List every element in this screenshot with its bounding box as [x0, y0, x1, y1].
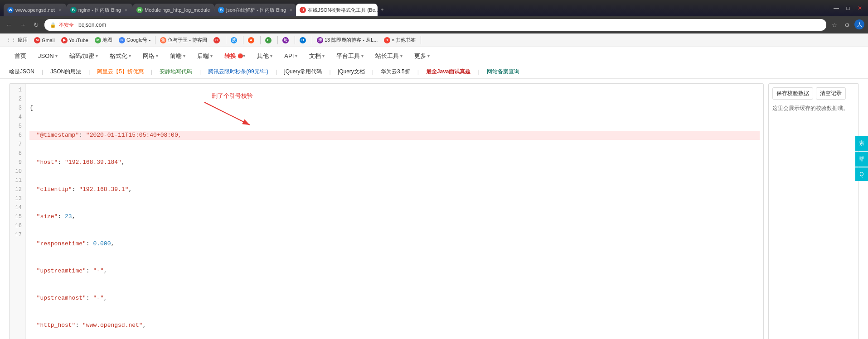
tab-4[interactable]: B json在线解析 - 国内版 Bing × [214, 4, 296, 16]
nav-webmaster-label: 站长工具 [375, 52, 399, 60]
editor-area: 12345 678910 1112131415 1617 { "@timesta… [0, 79, 868, 339]
bookmarks-bar: ⋮⋮ 应用 M Gmail ▶ YouTube M 地图 G Google号 -… [0, 33, 868, 47]
side-btn-q[interactable]: Q [855, 167, 868, 181]
subnav-aliyun[interactable]: 阿里云【5】折优惠 [97, 68, 144, 76]
tab1-favicon: W [7, 7, 14, 13]
subnav-what-json[interactable]: 啥是JSON [9, 68, 34, 76]
bm-sep-5 [277, 36, 278, 44]
bookmark-tsinghua[interactable]: 清 13 陈即鹿的博客 - 从L... [314, 36, 380, 44]
side-btn-index[interactable]: 索 [855, 136, 868, 151]
nav-convert-label: 转换 [224, 52, 236, 60]
address-actions: ☆ ⚙ 人 [829, 19, 864, 30]
nav-docs[interactable]: 文档 ▾ [304, 48, 330, 64]
code-line-3: "host": "192.168.39.184", [29, 158, 760, 167]
profile-icon[interactable]: 人 [854, 19, 864, 29]
tab2-close[interactable]: × [123, 7, 129, 13]
bookmark-blog[interactable]: 鱼 鱼与于玉 - 博客园 [157, 36, 210, 44]
minimize-button[interactable]: — [832, 4, 841, 13]
tab-2[interactable]: B nginx - 国内版 Bing × [67, 4, 133, 16]
bm-sep-7 [312, 36, 312, 44]
bookmark-star-icon[interactable]: ☆ [829, 19, 840, 30]
opens-favicon: C [213, 37, 220, 43]
side-btn-group[interactable]: 群 [855, 152, 868, 167]
bookmark-youtube[interactable]: ▶ YouTube [58, 36, 91, 44]
nav-api-label: API [284, 53, 294, 59]
bookmark-gmail[interactable]: M Gmail [31, 36, 58, 44]
annotation-label: 删了个引号校验 [212, 92, 253, 101]
bookmark-google[interactable]: G Google号 - [116, 36, 153, 44]
nav-docs-arrow: ▾ [322, 53, 325, 58]
bookmark-bing[interactable]: B [297, 36, 310, 44]
apps-label: 应用 [18, 37, 28, 43]
forward-button[interactable]: → [17, 19, 28, 30]
close-button[interactable]: ✕ [855, 4, 864, 13]
nav-api[interactable]: API ▾ [279, 49, 303, 63]
nav-other[interactable]: 其他 ▾ [252, 48, 278, 64]
chen-favicon: 1 [384, 37, 390, 43]
url-bar[interactable]: 🔒 不安全 bejson.com [44, 19, 826, 31]
subnav-java[interactable]: 最全Java面试真题 [426, 68, 471, 76]
code-lines[interactable]: { "@timestamp": "2020-01-11T15:05:40+08:… [26, 84, 763, 339]
code-line-7: "upstreamtime": "-", [29, 267, 760, 276]
bookmark-apps[interactable]: ⋮⋮ 应用 [4, 36, 30, 44]
subnav-beian[interactable]: 网站备案查询 [487, 68, 519, 76]
bookmark-ecshop[interactable]: E [262, 36, 276, 44]
subnav-json-usage[interactable]: JSON的用法 [50, 68, 81, 76]
bookmark-forum[interactable]: 论 [280, 36, 293, 44]
tab-3[interactable]: N Module ngx_http_log_module × [133, 4, 214, 16]
back-button[interactable]: ← [4, 19, 15, 30]
clear-records-button[interactable]: 清空记录 [816, 87, 846, 100]
subnav-jquery-code[interactable]: jQuery常用代码 [284, 68, 322, 76]
google-favicon: G [119, 37, 125, 43]
subnav-jquery-doc[interactable]: jQuery文档 [338, 68, 365, 76]
nav-backend[interactable]: 后端 ▾ [192, 48, 218, 64]
refresh-button[interactable]: ↻ [31, 19, 42, 30]
tab-1[interactable]: W www.opengsd.net × [4, 4, 67, 16]
new-tab-button[interactable]: + [378, 4, 387, 16]
subnav-coding[interactable]: 安静地写代码 [160, 68, 192, 76]
maximize-button[interactable]: □ [844, 4, 853, 13]
save-data-button[interactable]: 保存校验数据 [772, 87, 813, 100]
tsinghua-label: 13 陈即鹿的博客 - 从L... [325, 37, 378, 43]
tab-strip: W www.opengsd.net × B nginx - 国内版 Bing ×… [4, 0, 826, 16]
subnav-huawei[interactable]: 华为云3.5折 [381, 68, 410, 76]
nav-more[interactable]: 更多 ▾ [409, 48, 435, 64]
nav-home[interactable]: 首页 [9, 48, 32, 64]
security-icon: 🔒 [50, 22, 56, 28]
nav-backend-label: 后端 [197, 52, 209, 60]
nav-format[interactable]: 格式化 ▾ [104, 48, 136, 64]
maps-label: 地图 [102, 37, 112, 43]
nav-webmaster[interactable]: 站长工具 ▾ [370, 48, 408, 64]
tab1-close[interactable]: × [57, 7, 63, 13]
bookmark-search[interactable]: 搜 [228, 36, 241, 44]
nav-convert[interactable]: 转换 🔴▾ [219, 48, 251, 64]
right-panel-hint: 这里会展示缓存的校验数据哦。 [772, 104, 855, 113]
json-editor-content[interactable]: 12345 678910 1112131415 1617 { "@timesta… [10, 84, 763, 339]
bookmark-opens[interactable]: C [211, 36, 224, 44]
nav-json[interactable]: JSON ▾ [33, 49, 63, 63]
tab-5[interactable]: J 在线JSON校验格式化工具 (Be... × [296, 4, 378, 16]
tab4-close[interactable]: × [288, 7, 294, 13]
bm-sep-8 [421, 36, 421, 44]
json-editor[interactable]: 12345 678910 1112131415 1617 { "@timesta… [9, 83, 764, 339]
youtube-favicon: ▶ [61, 37, 68, 43]
nav-platform[interactable]: 平台工具 ▾ [331, 48, 369, 64]
nav-home-label: 首页 [15, 52, 26, 60]
nav-encode[interactable]: 编码/加密 ▾ [64, 48, 104, 64]
nav-frontend[interactable]: 前端 ▾ [165, 48, 191, 64]
nav-json-arrow: ▾ [55, 53, 58, 58]
bm-sep-4 [260, 36, 261, 44]
bookmark-alibaba[interactable]: A [245, 36, 258, 44]
blog-favicon: 鱼 [160, 37, 166, 43]
subnav-tencent[interactable]: 腾讯云限时秒杀(99元/年) [208, 68, 268, 76]
extensions-icon[interactable]: ⚙ [842, 19, 853, 30]
window-controls: — □ ✕ [832, 4, 864, 13]
nav-frontend-label: 前端 [170, 52, 182, 60]
nav-platform-arrow: ▾ [361, 53, 364, 58]
bookmark-maps[interactable]: M 地图 [92, 36, 115, 44]
bookmark-more[interactable] [423, 39, 428, 41]
code-line-8: "upstreamhost": "-", [29, 294, 760, 303]
code-line-5: "size": 23, [29, 212, 760, 221]
bookmark-chen[interactable]: 1 » 其他书签 [381, 36, 418, 44]
nav-network[interactable]: 网络 ▾ [137, 48, 164, 64]
